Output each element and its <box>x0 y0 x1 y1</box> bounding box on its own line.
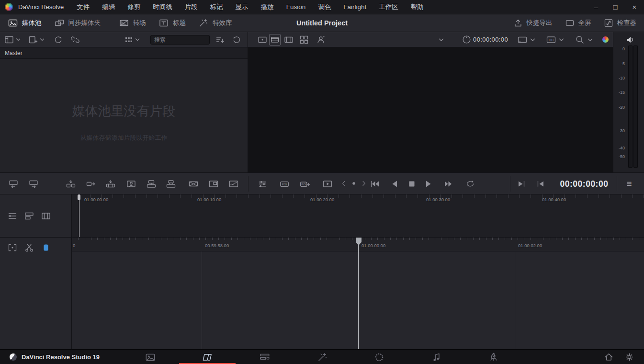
playback-settings-icon[interactable] <box>257 179 268 189</box>
lower-timeline[interactable]: 0 00:59:58:00 01:00:00:00 01:00:02:00 <box>72 238 644 349</box>
menu-mark[interactable]: 标记 <box>204 0 229 14</box>
maximize-button[interactable]: □ <box>606 0 625 14</box>
titles-button[interactable]: 标题 <box>158 14 186 32</box>
timeline-view-icon[interactable] <box>283 34 294 45</box>
page-edit-button[interactable] <box>236 350 294 364</box>
viewer-panel[interactable] <box>248 47 613 172</box>
media-pool-button[interactable]: 媒体池 <box>8 14 42 32</box>
page-cut-button[interactable] <box>179 350 236 364</box>
relink-media-icon[interactable] <box>53 35 63 45</box>
proxy-hd-icon[interactable]: HD <box>546 34 556 45</box>
import-media-chevron-icon[interactable] <box>40 38 45 42</box>
film-view-icon[interactable] <box>41 211 51 221</box>
sort-icon[interactable] <box>215 35 225 45</box>
prev-edit-icon[interactable] <box>535 179 546 189</box>
smooth-cut-icon[interactable] <box>228 179 239 189</box>
zoom-chevron-icon[interactable] <box>588 38 593 42</box>
color-management-icon[interactable] <box>602 36 609 43</box>
import-media-icon[interactable] <box>28 34 38 45</box>
track-view-icon[interactable] <box>24 211 34 221</box>
source-overwrite-icon[interactable] <box>166 179 176 189</box>
shuttle-stop-icon[interactable] <box>350 180 358 187</box>
place-on-top-icon[interactable] <box>146 179 157 189</box>
menu-workspace[interactable]: 工作区 <box>373 0 405 14</box>
upper-playhead[interactable] <box>79 194 79 237</box>
proxy-chevron-icon[interactable] <box>559 38 564 42</box>
menu-fusion[interactable]: Fusion <box>280 0 312 14</box>
smart-insert-icon[interactable] <box>66 179 76 189</box>
zoom-level-icon[interactable] <box>575 34 585 45</box>
timeline-options-icon[interactable] <box>7 211 18 221</box>
resolution-icon[interactable] <box>517 34 528 45</box>
close-up-icon[interactable] <box>126 179 136 189</box>
menu-file[interactable]: 文件 <box>70 0 96 14</box>
trim-out-icon[interactable] <box>28 179 39 189</box>
play-clip-icon[interactable] <box>322 179 333 189</box>
play-reverse-icon[interactable] <box>389 179 400 189</box>
menu-timeline[interactable]: 时间线 <box>147 0 179 14</box>
menu-edit[interactable]: 编辑 <box>96 0 121 14</box>
add-poi-icon[interactable]: POI <box>300 179 310 189</box>
minimize-button[interactable]: – <box>587 0 606 14</box>
resolution-chevron-icon[interactable] <box>530 38 535 42</box>
last-frame-icon[interactable] <box>443 179 454 189</box>
page-fusion-button[interactable] <box>294 350 351 364</box>
page-fairlight-button[interactable] <box>408 350 465 364</box>
quick-export-button[interactable]: 快捷导出 <box>513 14 553 32</box>
shuttle-reverse-icon[interactable] <box>340 180 348 187</box>
upper-timeline[interactable]: 01:00:00:00 01:00:10:00 01:00:20:00 01:0… <box>72 194 644 238</box>
sync-bin-button[interactable]: 同步媒体夹 <box>54 14 101 32</box>
split-clip-icon[interactable] <box>24 242 34 253</box>
multicam-view-icon[interactable] <box>299 34 309 45</box>
poi-icon[interactable]: POI <box>279 179 290 189</box>
search-input[interactable] <box>150 35 210 45</box>
transport-timecode[interactable]: 00:00:00:00 <box>555 173 613 195</box>
thumbnail-view-icon[interactable] <box>124 35 134 45</box>
ripple-overwrite-icon[interactable] <box>105 179 116 189</box>
speaker-icon[interactable] <box>625 34 635 45</box>
menu-clip[interactable]: 片段 <box>179 0 204 14</box>
bin-header[interactable]: Master <box>0 47 248 59</box>
ai-reframe-icon[interactable] <box>316 34 326 45</box>
append-clip-icon[interactable] <box>86 179 96 189</box>
shuttle-forward-icon[interactable] <box>360 180 368 187</box>
refresh-icon[interactable] <box>232 35 242 45</box>
bin-list-chevron-icon[interactable] <box>16 38 21 42</box>
in-out-range-icon[interactable] <box>7 242 18 253</box>
source-tape-view-icon[interactable] <box>269 34 281 46</box>
bin-list-icon[interactable] <box>4 34 14 45</box>
viewer-timecode[interactable]: 00:00:00:00 <box>473 32 508 47</box>
menu-fairlight[interactable]: Fairlight <box>337 0 373 14</box>
home-icon[interactable] <box>604 352 614 362</box>
upper-playhead-handle[interactable] <box>78 194 80 200</box>
loop-icon[interactable] <box>465 179 475 189</box>
fullscreen-button[interactable]: 全屏 <box>565 14 591 32</box>
menu-help[interactable]: 帮助 <box>405 0 430 14</box>
page-deliver-button[interactable] <box>465 350 522 364</box>
settings-gear-icon[interactable] <box>624 352 634 362</box>
menu-view[interactable]: 显示 <box>229 0 255 14</box>
next-edit-icon[interactable] <box>516 179 527 189</box>
menu-trim[interactable]: 修剪 <box>121 0 147 14</box>
menu-playback[interactable]: 播放 <box>255 0 280 14</box>
unlink-clip-icon[interactable] <box>70 35 80 45</box>
close-button[interactable]: × <box>625 0 644 14</box>
inspector-button[interactable]: 检查器 <box>604 14 637 32</box>
trim-in-icon[interactable] <box>8 179 19 189</box>
jog-wheel-icon[interactable] <box>462 34 472 45</box>
source-clip-view-icon[interactable] <box>257 34 268 45</box>
stop-icon[interactable] <box>407 179 417 189</box>
lower-playhead[interactable] <box>358 238 359 349</box>
clip-name-dropdown-icon[interactable] <box>439 38 444 42</box>
menu-color[interactable]: 调色 <box>312 0 337 14</box>
effects-button[interactable]: 特效库 <box>198 14 232 32</box>
transitions-button[interactable]: 转场 <box>119 14 146 32</box>
page-media-button[interactable] <box>122 350 179 364</box>
add-marker-icon[interactable] <box>41 242 51 253</box>
first-frame-icon[interactable] <box>370 179 380 189</box>
play-icon[interactable] <box>423 179 434 189</box>
mix-transition-icon[interactable] <box>188 179 199 189</box>
view-mode-chevron-icon[interactable] <box>135 38 140 42</box>
timeline-options-menu-icon[interactable]: ≡ <box>623 173 635 195</box>
picture-in-picture-icon[interactable] <box>208 179 219 189</box>
